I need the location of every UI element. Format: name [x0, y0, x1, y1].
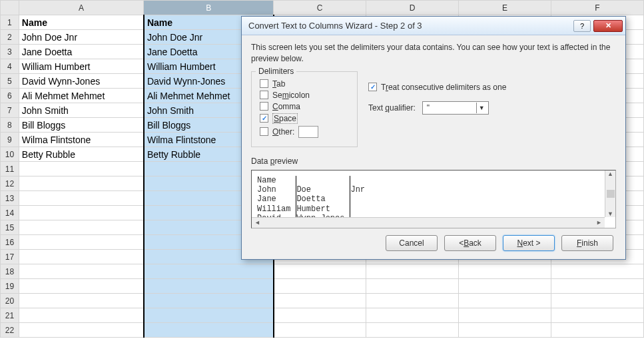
cell[interactable]: Wilma Flintstone: [19, 133, 144, 147]
cell[interactable]: [144, 294, 274, 308]
row-header[interactable]: 14: [1, 206, 19, 220]
cell[interactable]: [458, 294, 551, 308]
cell[interactable]: [19, 308, 144, 323]
row-header[interactable]: 4: [1, 59, 19, 74]
row-header[interactable]: 2: [1, 30, 19, 45]
col-header-E[interactable]: E: [458, 1, 551, 15]
cell[interactable]: [19, 250, 144, 264]
cell[interactable]: [144, 308, 274, 323]
cell[interactable]: [366, 308, 458, 323]
cell[interactable]: [19, 264, 144, 279]
col-header-A[interactable]: A: [19, 1, 144, 15]
cell[interactable]: [144, 323, 274, 338]
back-button[interactable]: < Back: [444, 235, 496, 251]
checkbox-other[interactable]: [260, 127, 268, 136]
cell[interactable]: [144, 264, 274, 279]
row-header[interactable]: 15: [1, 220, 19, 235]
cell[interactable]: [274, 294, 366, 308]
finish-button[interactable]: Finish: [561, 235, 613, 251]
chevron-down-icon[interactable]: ▼: [476, 103, 487, 113]
cell[interactable]: [19, 235, 144, 250]
row-header[interactable]: 19: [1, 279, 19, 294]
row-header[interactable]: 5: [1, 74, 19, 89]
cell[interactable]: Bill Bloggs: [19, 118, 144, 133]
cell[interactable]: Name: [19, 15, 144, 30]
col-header-B[interactable]: B: [144, 1, 274, 15]
cell[interactable]: [144, 279, 274, 294]
row-header[interactable]: 18: [1, 264, 19, 279]
cell[interactable]: [19, 206, 144, 220]
row-header[interactable]: 1: [1, 15, 19, 30]
cell[interactable]: [19, 176, 144, 191]
cell[interactable]: [366, 279, 458, 294]
row-header[interactable]: 6: [1, 89, 19, 103]
delimiter-tab-row[interactable]: Tab: [260, 79, 349, 89]
cell[interactable]: John Doe Jnr: [19, 30, 144, 45]
cell[interactable]: [551, 264, 643, 279]
cell[interactable]: William Humbert: [19, 59, 144, 74]
cell[interactable]: [19, 323, 144, 338]
row-header[interactable]: 21: [1, 308, 19, 323]
delimiter-other-row[interactable]: Other:: [260, 126, 349, 138]
other-delimiter-input[interactable]: [298, 126, 318, 138]
cell[interactable]: [458, 264, 551, 279]
row-header[interactable]: 12: [1, 176, 19, 191]
preview-vertical-scrollbar[interactable]: ▲▼: [605, 171, 615, 217]
text-qualifier-combo[interactable]: " ▼: [422, 101, 489, 115]
cell[interactable]: [19, 191, 144, 206]
cell[interactable]: Jane Doetta: [19, 45, 144, 59]
cell[interactable]: [551, 323, 643, 338]
row-header[interactable]: 7: [1, 103, 19, 118]
close-button[interactable]: ✕: [593, 20, 623, 32]
cell[interactable]: John Smith: [19, 103, 144, 118]
checkbox-comma[interactable]: [260, 102, 268, 111]
col-header-C[interactable]: C: [274, 1, 366, 15]
next-button[interactable]: Next >: [503, 235, 555, 251]
checkbox-tab[interactable]: [260, 79, 268, 88]
checkbox-treat-consecutive[interactable]: [368, 83, 377, 91]
delimiter-space-row[interactable]: Space: [260, 113, 349, 124]
cell[interactable]: Ali Mehmet Mehmet: [19, 89, 144, 103]
help-button[interactable]: ?: [573, 20, 591, 32]
cell[interactable]: [19, 294, 144, 308]
row-header[interactable]: 16: [1, 235, 19, 250]
cell[interactable]: [274, 264, 366, 279]
row-header[interactable]: 3: [1, 45, 19, 59]
cell[interactable]: [551, 308, 643, 323]
cell[interactable]: [551, 279, 643, 294]
row-header[interactable]: 8: [1, 118, 19, 133]
cell[interactable]: [19, 279, 144, 294]
cell[interactable]: [274, 308, 366, 323]
cancel-button[interactable]: Cancel: [386, 235, 438, 251]
row-header[interactable]: 13: [1, 191, 19, 206]
checkbox-space[interactable]: [260, 114, 268, 123]
delimiter-comma-row[interactable]: Comma: [260, 102, 349, 111]
col-header-D[interactable]: D: [366, 1, 458, 15]
cell[interactable]: [458, 323, 551, 338]
cell[interactable]: [366, 264, 458, 279]
row-header[interactable]: 9: [1, 133, 19, 147]
row-header[interactable]: 17: [1, 250, 19, 264]
cell[interactable]: [274, 279, 366, 294]
cell[interactable]: [458, 308, 551, 323]
cell[interactable]: [19, 162, 144, 176]
dialog-titlebar[interactable]: Convert Text to Columns Wizard - Step 2 …: [242, 17, 625, 35]
row-header[interactable]: 11: [1, 162, 19, 176]
row-header[interactable]: 10: [1, 147, 19, 162]
cell[interactable]: [274, 323, 366, 338]
cell[interactable]: [19, 220, 144, 235]
cell[interactable]: [458, 279, 551, 294]
select-all-corner[interactable]: [1, 1, 19, 15]
cell[interactable]: [366, 294, 458, 308]
cell[interactable]: [551, 294, 643, 308]
row-header[interactable]: 22: [1, 323, 19, 338]
cell[interactable]: David Wynn-Jones: [19, 74, 144, 89]
cell[interactable]: Betty Rubble: [19, 147, 144, 162]
treat-consecutive-row[interactable]: Treat consecutive delimiters as one: [368, 83, 506, 92]
delimiter-semicolon-row[interactable]: Semicolon: [260, 91, 349, 100]
preview-horizontal-scrollbar[interactable]: ◄►: [252, 217, 605, 228]
cell[interactable]: [366, 323, 458, 338]
row-header[interactable]: 20: [1, 294, 19, 308]
col-header-F[interactable]: F: [551, 1, 643, 15]
checkbox-semicolon[interactable]: [260, 91, 268, 99]
